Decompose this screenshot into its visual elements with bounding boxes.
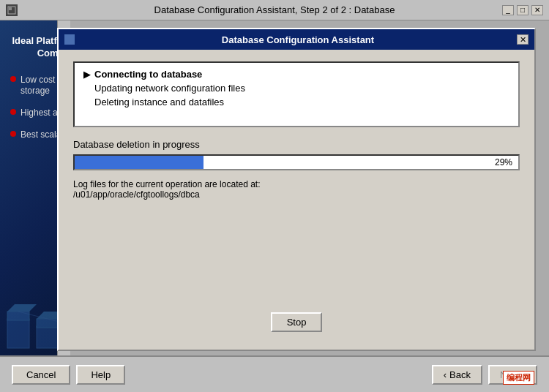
dialog-content: ▶ Connecting to database ▶ Updating netw… (59, 50, 534, 350)
outer-titlebar: Database Configuration Assistant, Step 2… (0, 0, 549, 20)
left-panel-content: Ideal Platform for Grid Computing Low co… (0, 20, 57, 392)
main-area: Ideal Platform for Grid Computing Low co… (0, 20, 549, 392)
dialog-close-button[interactable]: ✕ (517, 34, 529, 45)
left-panel-item-2: Highest availability (10, 108, 57, 119)
outer-window-icon (6, 4, 18, 16)
left-panel-item-1: Low cost servers and storage (10, 75, 57, 97)
svg-marker-7 (37, 312, 57, 319)
outer-window-title: Database Configuration Assistant, Step 2… (0, 4, 549, 15)
log-item-2: ▶ Updating network configuration files (83, 83, 509, 94)
button-area: Stop (73, 312, 520, 338)
log-arrow-1: ▶ (83, 69, 90, 80)
log-area: ▶ Connecting to database ▶ Updating netw… (73, 61, 520, 127)
brand-watermark: 编程网 (503, 371, 534, 385)
log-item-1: ▶ Connecting to database (83, 69, 509, 80)
svg-rect-5 (37, 326, 57, 348)
progress-label: Database deletion in progress (73, 139, 520, 150)
left-panel-item-3: Best scalability (10, 129, 57, 141)
window-controls[interactable]: _ □ ✕ (502, 5, 543, 15)
bullet-icon-3 (10, 131, 16, 137)
stop-button[interactable]: Stop (271, 312, 323, 332)
help-button[interactable]: Help (76, 365, 125, 385)
progress-percent: 29% (495, 157, 512, 167)
dialog-titlebar: Database Configuration Assistant ✕ (59, 29, 534, 50)
bottom-left-buttons: Cancel Help (12, 365, 125, 385)
left-panel: Ideal Platform for Grid Computing Low co… (0, 20, 57, 392)
svg-marker-4 (7, 304, 37, 312)
bullet-icon-1 (10, 76, 16, 82)
dialog-container: Database Configuration Assistant ✕ ▶ Con… (57, 28, 536, 351)
close-button[interactable]: ✕ (531, 5, 543, 15)
progress-bar-container: 29% (73, 154, 520, 170)
log-path-text: Log files for the current operation are … (73, 179, 520, 200)
minimize-button[interactable]: _ (502, 5, 514, 15)
back-arrow-icon: ‹ (444, 369, 447, 380)
left-panel-title: Ideal Platform for Grid Computing (10, 35, 57, 60)
back-button[interactable]: ‹ Back (432, 365, 482, 385)
bullet-icon-2 (10, 109, 16, 115)
maximize-button[interactable]: □ (517, 5, 529, 15)
progress-bar-fill (75, 156, 203, 169)
svg-rect-1 (9, 7, 12, 10)
svg-rect-3 (7, 312, 29, 320)
log-item-3: ▶ Deleting instance and datafiles (83, 97, 509, 108)
cancel-button[interactable]: Cancel (12, 365, 70, 385)
svg-rect-2 (7, 319, 29, 348)
dialog-title: Database Configuration Assistant (79, 34, 517, 45)
bottom-bar: Cancel Help ‹ Back Next › (0, 355, 549, 392)
dialog-icon (64, 34, 75, 45)
